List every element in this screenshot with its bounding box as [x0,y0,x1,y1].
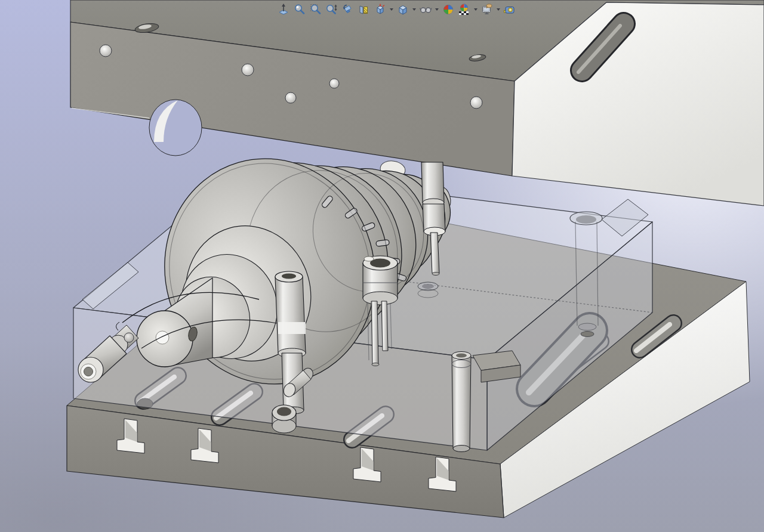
hex-socket [282,274,296,279]
view-settings-dropdown-arrow-icon[interactable] [495,2,501,17]
zoom-to-selection-icon[interactable] [324,2,339,17]
view-settings-icon[interactable] [479,2,494,17]
zoom-to-fit-icon[interactable] [276,2,291,17]
hide-show-items-icon[interactable] [418,2,433,17]
shaft-center-hole [156,331,169,344]
previous-view-icon[interactable] [340,2,355,17]
3d-viewport[interactable] [0,0,764,532]
edit-appearance-icon[interactable] [440,2,455,17]
display-style-dropdown-arrow-icon[interactable] [411,2,417,17]
display-style-icon[interactable] [395,2,410,17]
ring-bushing[interactable] [272,405,296,433]
apply-scene-dropdown-arrow-icon[interactable] [473,2,478,17]
zoom-in-out-icon[interactable] [292,2,307,17]
view-heads-up-toolbar [276,2,517,17]
view-orientation-icon[interactable] [372,2,387,17]
view-orientation-dropdown-arrow-icon[interactable] [389,2,394,17]
hide-show-items-dropdown-arrow-icon[interactable] [434,2,439,17]
small-ball-catch[interactable] [124,333,134,342]
zoom-to-area-icon[interactable] [308,2,323,17]
apply-scene-icon[interactable] [457,2,472,17]
section-view-icon[interactable] [356,2,371,17]
measure-icon[interactable] [502,2,517,17]
